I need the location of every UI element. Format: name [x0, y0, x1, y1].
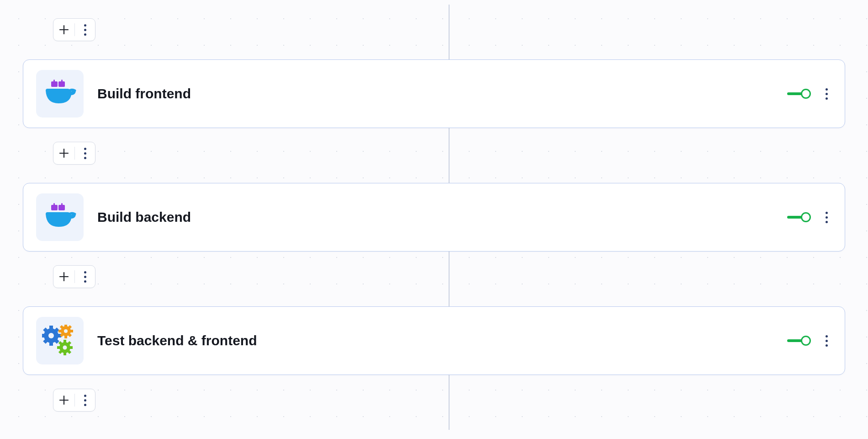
add-step-control [53, 265, 95, 288]
pipeline-canvas: Build frontend [0, 0, 868, 434]
svg-line-34 [69, 351, 70, 353]
toggle-knob [801, 89, 811, 99]
connector [53, 18, 845, 46]
add-step-menu-button[interactable] [75, 389, 95, 411]
connector-line [449, 128, 450, 183]
svg-line-16 [56, 329, 58, 331]
toggle-knob [801, 336, 811, 346]
step-actions [787, 332, 832, 350]
add-step-button[interactable] [53, 142, 74, 164]
toggle-knob [801, 212, 811, 222]
svg-rect-6 [53, 203, 55, 206]
step-actions [787, 85, 832, 103]
step-title: Build backend [97, 209, 787, 225]
add-step-button[interactable] [53, 19, 74, 41]
add-step-control [53, 18, 95, 41]
svg-line-13 [44, 329, 47, 331]
svg-line-36 [69, 342, 70, 344]
step-menu-button[interactable] [821, 208, 832, 226]
kebab-icon [826, 212, 828, 223]
svg-line-23 [61, 326, 63, 328]
gears-icon [42, 325, 78, 357]
add-step-button[interactable] [53, 266, 74, 288]
svg-rect-7 [61, 203, 63, 206]
plus-icon [59, 395, 69, 405]
add-step-control [53, 142, 95, 165]
step-enable-toggle[interactable] [787, 88, 811, 99]
step-enable-toggle[interactable] [787, 212, 811, 223]
kebab-icon [84, 24, 86, 36]
add-step-menu-button[interactable] [75, 142, 95, 164]
svg-point-17 [48, 333, 54, 338]
step-menu-button[interactable] [821, 332, 832, 350]
plus-icon [59, 25, 69, 35]
connector [53, 389, 845, 416]
docker-icon [43, 203, 77, 231]
step-menu-button[interactable] [821, 85, 832, 103]
svg-line-14 [56, 340, 58, 343]
connector [53, 142, 845, 169]
kebab-icon [84, 271, 86, 283]
connector [53, 265, 845, 293]
connector-line [449, 252, 450, 306]
kebab-icon [84, 395, 86, 406]
svg-point-27 [64, 329, 68, 333]
kebab-icon [826, 335, 828, 347]
plus-icon [59, 272, 69, 282]
add-step-control [53, 389, 95, 412]
svg-line-15 [44, 340, 47, 343]
add-step-menu-button[interactable] [75, 266, 95, 288]
svg-line-35 [59, 351, 61, 353]
step-enable-toggle[interactable] [787, 335, 811, 346]
step-title: Build frontend [97, 86, 787, 102]
plus-icon [59, 148, 69, 158]
connector-line [449, 5, 450, 59]
step-icon-container [36, 193, 84, 241]
svg-point-37 [63, 346, 67, 350]
svg-line-26 [69, 326, 71, 328]
step-icon-container [36, 70, 84, 118]
kebab-icon [84, 148, 86, 159]
step-actions [787, 208, 832, 226]
add-step-button[interactable] [53, 389, 74, 411]
svg-line-24 [69, 334, 71, 336]
pipeline-step[interactable]: Build backend [23, 183, 845, 252]
step-icon-container [36, 317, 84, 364]
svg-line-33 [59, 342, 61, 344]
pipeline-step[interactable]: Build frontend [23, 59, 845, 128]
add-step-menu-button[interactable] [75, 19, 95, 41]
svg-rect-2 [53, 80, 55, 82]
pipeline-step[interactable]: Test backend & frontend [23, 306, 845, 375]
kebab-icon [826, 88, 828, 100]
connector-line [449, 375, 450, 430]
svg-rect-3 [61, 80, 63, 82]
step-title: Test backend & frontend [97, 333, 787, 348]
svg-line-25 [61, 334, 63, 336]
docker-icon [43, 80, 77, 108]
